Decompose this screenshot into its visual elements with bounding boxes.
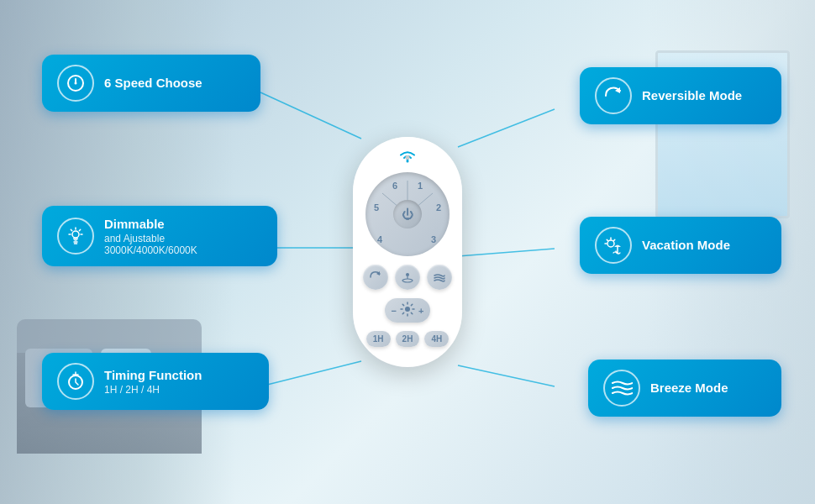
dimmable-box: Dimmable and Ajustable 3000K/4000K/6000K [42,206,277,266]
dimmable-icon [57,218,94,255]
timer-2h[interactable]: 2H [396,331,420,347]
breeze-button[interactable] [427,265,452,290]
svg-point-12 [402,279,413,282]
reversible-title: Reversible Mode [642,87,742,104]
reversible-icon [595,77,632,114]
vacation-button[interactable] [395,265,420,290]
speed-title: 6 Speed Choose [104,75,202,92]
timer-1h[interactable]: 1H [366,331,391,347]
vacation-icon [595,227,632,264]
vacation-title: Vacation Mode [642,237,730,254]
brightness-icon [400,302,415,319]
svg-line-19 [402,304,403,305]
svg-point-11 [406,273,409,276]
svg-line-21 [411,304,412,305]
remote-control: 6 1 2 3 4 5 ⏻ [353,137,462,367]
svg-point-24 [75,82,77,85]
brightness-minus[interactable]: − [392,306,397,316]
timing-box: Timing Function 1H / 2H / 4H [42,353,269,410]
breeze-icon [603,370,640,407]
speed-dial: 6 1 2 3 4 5 ⏻ [365,172,450,256]
breeze-text: Breeze Mode [650,380,728,396]
timer-4h[interactable]: 4H [424,331,449,347]
vacation-text: Vacation Mode [642,237,730,254]
reversible-text: Reversible Mode [642,87,742,104]
svg-line-30 [79,229,80,230]
dimmable-subtitle1: and Ajustable [104,233,197,244]
speed-text: 6 Speed Choose [104,75,202,92]
svg-point-25 [72,231,79,238]
svg-point-35 [607,240,614,247]
remote-dot [406,155,410,160]
svg-point-6 [407,160,409,163]
brightness-plus[interactable]: + [418,306,423,316]
svg-line-22 [402,312,403,313]
dimmable-title: Dimmable [104,216,197,233]
vacation-box: Vacation Mode [580,217,781,274]
timing-title: Timing Function [104,367,202,384]
breeze-box: Breeze Mode [588,360,781,417]
timing-text: Timing Function 1H / 2H / 4H [104,367,202,396]
dimmable-text: Dimmable and Ajustable 3000K/4000K/6000K [104,216,197,256]
svg-line-20 [411,312,412,313]
function-buttons [363,265,452,290]
svg-point-14 [405,307,410,312]
speed-icon [57,65,94,102]
svg-line-29 [71,229,71,230]
svg-line-38 [607,239,607,240]
svg-line-39 [613,239,614,240]
reverse-button[interactable] [363,265,388,290]
reversible-box: Reversible Mode [580,67,781,124]
speed-choose-box: 6 Speed Choose [42,55,260,112]
breeze-title: Breeze Mode [650,380,728,396]
timer-buttons: 1H 2H 4H [366,331,449,347]
power-center-button[interactable]: ⏻ [393,200,422,228]
brightness-control: − + [385,298,431,323]
timing-icon [57,363,94,400]
dimmable-subtitle2: 3000K/4000K/6000K [104,244,197,256]
timing-subtitle: 1H / 2H / 4H [104,384,202,396]
